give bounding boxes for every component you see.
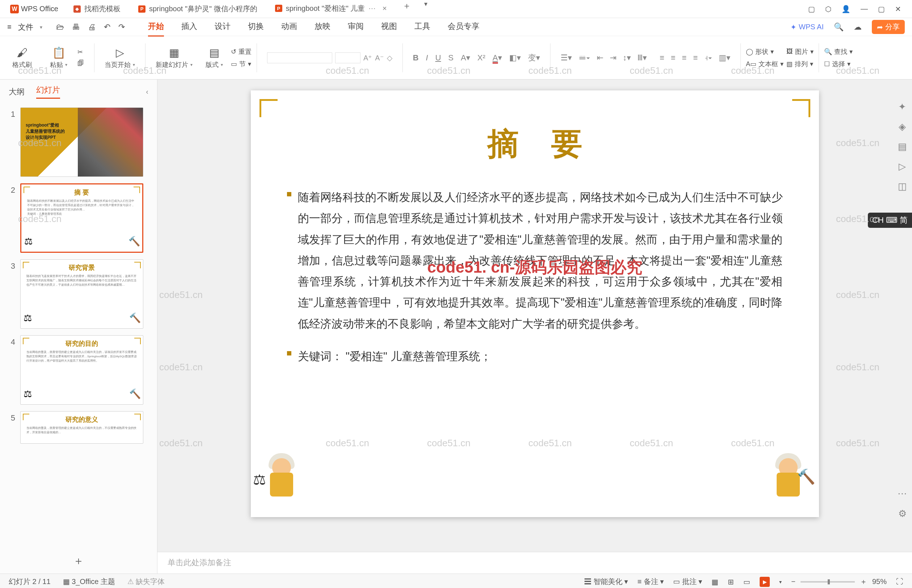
animation-side-icon[interactable]: ▷ <box>899 161 906 172</box>
clear-format-icon[interactable]: ◇ <box>387 53 392 62</box>
menu-view[interactable]: 视图 <box>381 17 397 37</box>
textbox-button[interactable]: A▭ 文本框 ▾ <box>746 60 784 68</box>
menu-start[interactable]: 开始 <box>148 17 164 37</box>
columns-button[interactable]: ▥▾ <box>719 53 730 63</box>
ime-indicator[interactable]: CH ⌨ 简 <box>868 213 912 228</box>
smart-beautify-button[interactable]: ☰ 智能美化 ▾ <box>584 577 628 586</box>
slide-keywords[interactable]: 关键词： "爱相连" 儿童慈善管理系统； <box>298 346 491 367</box>
avatar-icon[interactable]: 👤 <box>841 5 850 13</box>
fill-color-button[interactable]: ◧▾ <box>509 53 521 63</box>
open-icon[interactable]: 🗁 <box>56 23 64 32</box>
strike-button[interactable]: S <box>449 53 454 63</box>
menu-transition[interactable]: 切换 <box>248 17 264 37</box>
menu-tools[interactable]: 工具 <box>415 17 430 37</box>
menu-show[interactable]: 放映 <box>314 17 330 37</box>
text-direction-button[interactable]: Ⅲ▾ <box>637 53 647 63</box>
from-current-button[interactable]: ▷ 当页开始 <box>99 36 140 79</box>
format-brush-group[interactable]: 🖌 格式刷 <box>7 36 37 79</box>
new-slide-button[interactable]: ▦ 新建幻灯片 <box>151 36 198 79</box>
ai-side-icon[interactable]: ✦ <box>898 101 906 113</box>
align-dist-button[interactable]: ⫞▾ <box>704 53 712 63</box>
cube-icon[interactable]: ⬡ <box>825 5 831 13</box>
picture-button[interactable]: 🖼 图片 ▾ <box>786 47 813 56</box>
slides-tab[interactable]: 幻灯片 <box>36 85 60 99</box>
shape-button[interactable]: ◯ 形状 ▾ <box>746 47 784 56</box>
section-button[interactable]: ▭ 节 ▾ <box>231 60 251 68</box>
search-icon[interactable]: 🔍 <box>834 23 844 32</box>
menu-design[interactable]: 设计 <box>215 17 230 37</box>
view-normal-icon[interactable]: ▦ <box>711 578 718 586</box>
menu-member[interactable]: 会员专享 <box>448 17 479 37</box>
new-tab-button[interactable]: ＋ <box>396 0 418 18</box>
more-side-icon[interactable]: ⋯ <box>897 488 907 499</box>
print-icon[interactable]: 🖨 <box>88 23 96 32</box>
align-justify-button[interactable]: ≡ <box>693 53 698 63</box>
highlight-button[interactable]: A▾ <box>461 53 470 63</box>
tab-templates[interactable]: ◆ 找稻壳模板 <box>65 0 130 18</box>
tab-menu-icon[interactable]: ⋯ <box>368 4 376 13</box>
copy-button[interactable]: 🗐 <box>78 60 84 67</box>
assets-side-icon[interactable]: ◫ <box>898 181 907 192</box>
redo-icon[interactable]: ↷ <box>118 23 125 32</box>
slide-thumb-4[interactable]: 研究的目的 当前网络的普及，慈善管理的建立更是成为人们格外关注的，该项目的开发不… <box>20 335 143 405</box>
view-reading-icon[interactable]: ▭ <box>744 578 750 586</box>
tab-doc-1[interactable]: P springboot "鼻护灵" 微信小程序的 <box>130 0 266 18</box>
reset-button[interactable]: ↺ 重置 <box>231 47 251 56</box>
font-color-button[interactable]: A▾ <box>492 53 502 63</box>
fit-window-icon[interactable]: ⛶ <box>896 578 903 586</box>
align-right-button[interactable]: ≡ <box>682 53 687 63</box>
bullets-button[interactable]: ☰▾ <box>560 53 572 63</box>
notes-toggle[interactable]: ≡ 备注 ▾ <box>637 577 664 586</box>
review-toggle[interactable]: ▭ 批注 ▾ <box>673 577 702 586</box>
collapse-panel-icon[interactable]: ‹ <box>146 87 148 96</box>
missing-font-warning[interactable]: ⚠ 缺失字体 <box>127 577 165 586</box>
hamburger-icon[interactable]: ≡ <box>7 23 11 31</box>
theme-name[interactable]: ▦ 3_Office 主题 <box>63 577 115 586</box>
style-side-icon[interactable]: ◈ <box>899 121 906 132</box>
add-slide-button[interactable]: ＋ <box>0 549 157 573</box>
outline-tab[interactable]: 大纲 <box>9 86 24 97</box>
menu-review[interactable]: 审阅 <box>348 17 364 37</box>
slide-thumb-3[interactable]: 研究背景 随着科技的飞速发展世界对于技术人才的需求，我国经济快速增长平台在近，这… <box>20 259 143 329</box>
zoom-in-button[interactable]: ＋ <box>860 577 867 586</box>
superscript-button[interactable]: X² <box>477 53 485 63</box>
decrease-font-icon[interactable]: A⁻ <box>375 53 384 62</box>
numbering-button[interactable]: ⩸▾ <box>578 53 590 63</box>
italic-button[interactable]: I <box>426 53 428 63</box>
undo-icon[interactable]: ↶ <box>104 23 110 32</box>
save-icon[interactable]: 🖶 <box>72 23 80 32</box>
slide-paragraph[interactable]: 随着网络科技的不断发展以及人们经济水平的逐步提高，网络技术如今已成为人们生活中不… <box>298 187 783 334</box>
indent-inc-button[interactable]: ⇥ <box>610 53 616 63</box>
font-selector[interactable] <box>267 52 332 63</box>
line-spacing-button[interactable]: ↕▾ <box>623 53 631 63</box>
slideshow-button[interactable]: ▶ <box>760 577 770 587</box>
maximize-icon[interactable]: ▢ <box>878 5 885 13</box>
menu-animation[interactable]: 动画 <box>281 17 297 37</box>
cloud-icon[interactable]: ☁ <box>854 23 862 32</box>
paste-button[interactable]: 📋 粘贴 <box>45 36 72 79</box>
layers-side-icon[interactable]: ▤ <box>898 141 907 152</box>
cut-button[interactable]: ✂ <box>78 48 84 56</box>
slide-thumb-2[interactable]: 摘 要 随着网络科技的不断发展以及人们经济水平的提高，网络技术如今已成为人们生活… <box>20 183 143 253</box>
change-case-button[interactable]: 变▾ <box>528 52 540 63</box>
find-button[interactable]: 🔍 查找 ▾ <box>824 47 853 56</box>
align-center-button[interactable]: ≡ <box>671 53 675 63</box>
align-left-button[interactable]: ≡ <box>660 53 664 63</box>
bold-button[interactable]: B <box>413 53 419 63</box>
select-button[interactable]: ☐ 选择 ▾ <box>824 60 853 68</box>
layout-button[interactable]: ▤ 版式 <box>201 36 228 79</box>
slide-canvas[interactable]: 摘要 随着网络科技的不断发展以及人们经济水平的逐步提高，网络技术如今已成为人们生… <box>251 90 819 517</box>
zoom-out-button[interactable]: − <box>791 578 795 586</box>
tab-list-button[interactable]: ▾ <box>418 0 434 18</box>
slide-thumb-5[interactable]: 研究的意义 当前网络的普及，慈善管理的建立更是成为人们格外关注的，不仅需要成熟而… <box>20 411 143 444</box>
font-size-selector[interactable] <box>335 52 360 63</box>
indent-dec-button[interactable]: ⇤ <box>597 53 603 63</box>
minimize-icon[interactable]: — <box>860 5 868 13</box>
zoom-slider[interactable] <box>800 581 855 583</box>
layout-icon[interactable]: ▢ <box>808 5 815 13</box>
menu-insert[interactable]: 插入 <box>181 17 197 37</box>
view-sorter-icon[interactable]: ⊞ <box>728 578 734 586</box>
underline-button[interactable]: U <box>436 53 441 63</box>
increase-font-icon[interactable]: A⁺ <box>363 53 372 62</box>
zoom-percent[interactable]: 95% <box>872 578 887 586</box>
